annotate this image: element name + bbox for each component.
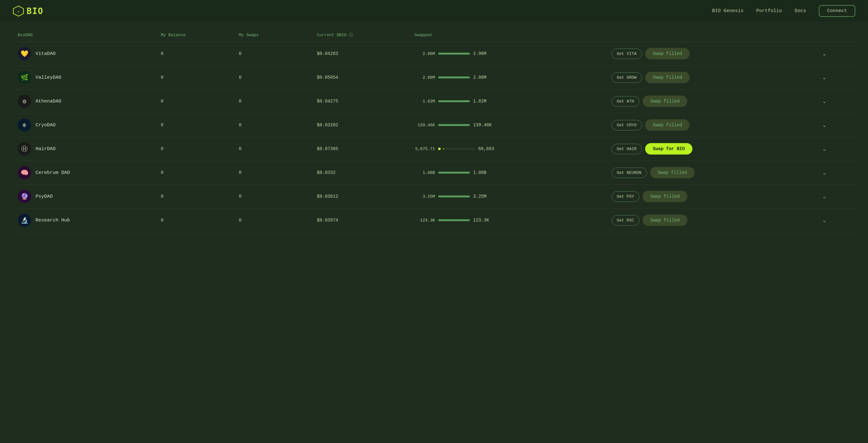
get-button-athenadao[interactable]: Get ATH <box>612 96 640 107</box>
swap-button-researchhub[interactable]: Swap filled <box>643 215 687 226</box>
action-cell-researchhub: Get RSC Swap filled <box>607 209 814 232</box>
dao-name-athenadao: AthenaDAO <box>36 99 61 104</box>
swaps-cell-psydao: 0 <box>234 185 312 209</box>
progress-cell-researchhub: 123.3K 123.3K <box>409 209 606 232</box>
chevron-button-cryodao[interactable]: ⌄ <box>819 120 829 130</box>
get-button-vitadao[interactable]: Get VITA <box>612 49 642 59</box>
get-button-hairdao[interactable]: Get HAIR <box>612 144 642 154</box>
swap-button-psydao[interactable]: Swap filled <box>643 191 687 202</box>
dao-name-psydao: PsyDAO <box>36 194 53 199</box>
balance-cell-researchhub: 0 <box>156 209 234 232</box>
col-expand <box>814 28 855 42</box>
swapped-amount-researchhub: 123.3K <box>473 218 495 223</box>
header: ✳ BIO BIO Genesis Portfolio Docs Connect <box>0 0 868 22</box>
logo-icon: ✳ <box>13 5 24 17</box>
col-actions <box>607 28 814 42</box>
progress-fill-cryodao <box>438 124 470 126</box>
price-cell-cerebrumdao: $0.0332 <box>312 161 409 185</box>
logo: ✳ BIO <box>13 5 43 17</box>
swaps-cell-cerebrumdao: 0 <box>234 161 312 185</box>
progress-bar-researchhub <box>438 219 470 221</box>
price-cell-athenadao: $0.04275 <box>312 90 409 113</box>
dao-name-cell-athenadao: ⚙ AthenaDAO <box>13 90 156 113</box>
dao-avatar-cerebrumdao: 🧠 <box>18 166 31 179</box>
swap-button-cryodao[interactable]: Swap filled <box>645 119 689 131</box>
table-row: 🔬 Research Hub 0 0 $0.03974 123.3K <box>13 209 855 232</box>
action-cell-cryodao: Get CRYO Swap filled <box>607 113 814 137</box>
swapped-amount-hairdao: 60,863 <box>478 146 500 151</box>
table-row: ⚙ AthenaDAO 0 0 $0.04275 1.62M 1. <box>13 90 855 113</box>
expand-cell-hairdao: ⌄ <box>814 137 855 161</box>
chevron-button-psydao[interactable]: ⌄ <box>819 192 829 201</box>
progress-bar-cryodao <box>438 124 470 126</box>
expand-cell-researchhub: ⌄ <box>814 209 855 232</box>
expand-cell-cerebrumdao: ⌄ <box>814 161 855 185</box>
progress-bar-psydao <box>438 195 470 197</box>
dao-name-vitadao: VitaDAO <box>36 51 56 57</box>
progress-fill-hairdao <box>443 148 444 150</box>
connect-button[interactable]: Connect <box>819 5 855 17</box>
dao-name-cell-cryodao: ❄ CryoDAO <box>13 113 156 137</box>
balance-cell-psydao: 0 <box>156 185 234 209</box>
dao-name-hairdao: HairDAO <box>36 146 56 152</box>
dao-name-cell-vitadao: 💛 VitaDAO <box>13 42 156 66</box>
chevron-button-hairdao[interactable]: ⌄ <box>819 144 829 154</box>
col-current-bio: Current $BIO ⓘ <box>312 28 409 42</box>
dao-name-cell-hairdao: Ⓗ HairDAO <box>13 137 156 161</box>
swapped-amount-vitadao: 2.96M <box>473 51 495 56</box>
table-body: 💛 VitaDAO 0 0 $0.04283 2.96M 2.9 <box>13 42 855 232</box>
get-button-psydao[interactable]: Get PSY <box>612 191 640 202</box>
col-swapped: Swapped <box>409 28 606 42</box>
swapped-amount-cryodao: 139.46K <box>473 123 495 128</box>
balance-cell-athenadao: 0 <box>156 90 234 113</box>
get-button-valleydao[interactable]: Get GROW <box>612 72 642 83</box>
progress-bar-vitadao <box>438 53 470 55</box>
swaps-cell-cryodao: 0 <box>234 113 312 137</box>
progress-bar-cerebrumdao <box>438 172 470 173</box>
swapped-amount-athenadao: 1.62M <box>473 99 495 104</box>
action-cell-vitadao: Get VITA Swap filled <box>607 42 814 66</box>
swap-button-athenadao[interactable]: Swap filled <box>643 96 687 107</box>
progress-bar-athenadao <box>438 100 470 102</box>
dao-name-researchhub: Research Hub <box>36 218 70 223</box>
get-button-researchhub[interactable]: Get RSC <box>612 215 640 226</box>
swap-button-hairdao[interactable]: Swap for BIO <box>645 143 692 155</box>
expand-cell-vitadao: ⌄ <box>814 42 855 66</box>
nav-docs[interactable]: Docs <box>795 8 806 14</box>
swapped-amount-psydao: 3.25M <box>473 194 495 199</box>
action-cell-valleydao: Get GROW Swap filled <box>607 66 814 90</box>
chevron-button-cerebrumdao[interactable]: ⌄ <box>819 168 829 178</box>
balance-cell-cerebrumdao: 0 <box>156 161 234 185</box>
dao-name-cerebrumdao: Cerebrum DAO <box>36 170 70 176</box>
dao-avatar-vitadao: 💛 <box>18 47 31 60</box>
dao-avatar-researchhub: 🔬 <box>18 214 31 227</box>
nav-portfolio[interactable]: Portfolio <box>756 8 782 14</box>
swap-button-valleydao[interactable]: Swap filled <box>645 72 689 83</box>
swap-button-vitadao[interactable]: Swap filled <box>645 48 689 59</box>
table-row: Ⓗ HairDAO 0 0 $0.07385 5,075.71 6 <box>13 137 855 161</box>
dao-avatar-athenadao: ⚙ <box>18 95 31 108</box>
col-biodao: BioDAO <box>13 28 156 42</box>
dao-table: BioDAO My Balance My Swaps Current $BIO … <box>13 28 855 232</box>
nav-bio-genesis[interactable]: BIO Genesis <box>712 8 744 14</box>
dao-name-cell-cerebrumdao: 🧠 Cerebrum DAO <box>13 161 156 185</box>
chevron-button-valleydao[interactable]: ⌄ <box>819 73 829 82</box>
get-button-cerebrumdao[interactable]: Get NEURON <box>612 167 647 178</box>
price-cell-vitadao: $0.04283 <box>312 42 409 66</box>
dao-avatar-cryodao: ❄ <box>18 118 31 132</box>
swapped-amount-valleydao: 2.88M <box>473 75 495 80</box>
table-row: 🧠 Cerebrum DAO 0 0 $0.0332 1.08B <box>13 161 855 185</box>
progress-fill-vitadao <box>438 53 470 55</box>
table-row: ❄ CryoDAO 0 0 $0.03202 139.46K 13 <box>13 113 855 137</box>
get-button-cryodao[interactable]: Get CRYO <box>612 120 642 130</box>
chevron-button-researchhub[interactable]: ⌄ <box>819 216 829 225</box>
table-row: 🌿 ValleyDAO 0 0 $0.05054 2.88M 2 <box>13 66 855 90</box>
progress-cell-psydao: 3.25M 3.25M <box>409 185 606 209</box>
action-cell-hairdao: Get HAIR Swap for BIO <box>607 137 814 161</box>
table-row: 💛 VitaDAO 0 0 $0.04283 2.96M 2.9 <box>13 42 855 66</box>
chevron-button-vitadao[interactable]: ⌄ <box>819 49 829 58</box>
price-cell-researchhub: $0.03974 <box>312 209 409 232</box>
progress-fill-psydao <box>438 195 470 197</box>
swap-button-cerebrumdao[interactable]: Swap filled <box>650 167 695 178</box>
chevron-button-athenadao[interactable]: ⌄ <box>819 96 829 106</box>
